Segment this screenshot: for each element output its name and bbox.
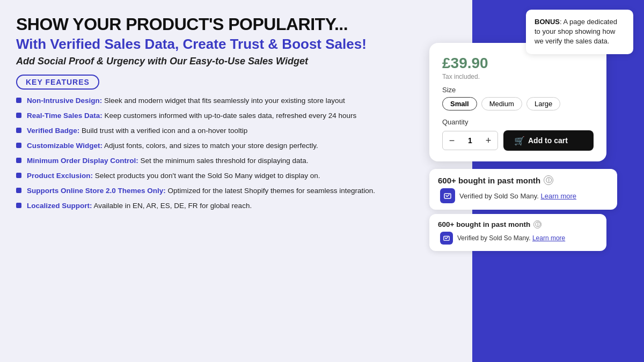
verified-text-secondary: Verified by Sold So Many. Learn more [457,234,565,242]
add-to-cart-label: Add to cart [528,136,568,145]
size-large-button[interactable]: Large [526,97,560,110]
list-item: Verified Badge: Build trust with a verif… [16,126,376,136]
widget-sold-text: 600+ bought in past month [438,176,540,185]
list-item: Real-Time Sales Data: Keep customers inf… [16,111,376,121]
learn-more-link[interactable]: Learn more [541,192,576,200]
bullet-icon [16,113,21,118]
feature-text: Verified Badge: Build trust with a verif… [27,126,247,136]
verified-text: Verified by Sold So Many. Learn more [459,192,576,200]
key-features-badge: KEY FEATURES [16,75,99,90]
size-medium-button[interactable]: Medium [481,97,522,110]
subtitle-blue: With Verified Sales Data, Create Trust &… [16,36,376,53]
bullet-icon [16,158,21,163]
left-panel: SHOW YOUR PRODUCT'S POPULARITY... With V… [0,0,392,362]
main-container: SHOW YOUR PRODUCT'S POPULARITY... With V… [0,0,644,362]
product-tax: Tax included. [442,73,594,80]
widget-sold-row-secondary: 600+ bought in past month ⓘ [438,220,598,228]
list-item: Minimum Order Display Control: Set the m… [16,156,376,166]
feature-text: Supports Online Store 2.0 Themes Only: O… [27,186,375,196]
bonus-label: BONUS [535,18,560,26]
list-item: Non-Intrusive Design: Sleek and modern w… [16,96,376,106]
feature-label: Verified Badge: [27,127,79,135]
subtitle-italic: Add Social Proof & Urgency with Our Easy… [16,56,376,67]
right-panel: BONUS: A page dedicated to your shop sho… [392,0,644,362]
bullet-icon [16,203,21,208]
product-card: £39.90 Tax included. Size Small Medium L… [429,43,606,161]
add-to-cart-button[interactable]: 🛒 Add to cart [503,130,594,151]
feature-text: Customizable Widget: Adjust fonts, color… [27,141,318,151]
bullet-icon [16,128,21,133]
feature-label: Real-Time Sales Data: [27,112,103,120]
feature-label: Customizable Widget: [27,142,103,150]
widget-verified-row-secondary: Verified by Sold So Many. Learn more [438,232,598,245]
feature-label: Product Exclusion: [27,172,93,180]
feature-label: Supports Online Store 2.0 Themes Only: [27,187,166,195]
product-size-label: Size [442,86,594,94]
bullet-icon [16,98,21,103]
qty-plus-button[interactable]: + [479,131,497,150]
feature-label: Localized Support: [27,202,92,210]
qty-minus-button[interactable]: − [443,131,461,150]
feature-text: Product Exclusion: Select products you d… [27,171,320,181]
feature-text: Real-Time Sales Data: Keep customers inf… [27,111,356,121]
list-item: Supports Online Store 2.0 Themes Only: O… [16,186,376,196]
learn-more-link-secondary[interactable]: Learn more [532,234,565,242]
feature-list: Non-Intrusive Design: Sleek and modern w… [16,96,376,211]
product-price: £39.90 [442,55,594,72]
widget-sold-row: 600+ bought in past month ⓘ [438,175,609,185]
feature-label: Minimum Order Display Control: [27,157,138,165]
quantity-controls: − 1 + [442,131,498,150]
verified-brand-icon [440,188,455,203]
qty-value: 1 [461,136,479,145]
main-title: SHOW YOUR PRODUCT'S POPULARITY... [16,15,376,34]
list-item: Customizable Widget: Adjust fonts, color… [16,141,376,151]
info-icon[interactable]: ⓘ [544,175,553,185]
verified-brand-icon-secondary [440,232,453,245]
bullet-icon [16,143,21,148]
list-item: Localized Support: Available in EN, AR, … [16,201,376,211]
feature-text: Localized Support: Available in EN, AR, … [27,201,252,211]
feature-text: Minimum Order Display Control: Set the m… [27,156,308,166]
widget-verified-row: Verified by Sold So Many. Learn more [438,188,609,203]
widget-sold-text-secondary: 600+ bought in past month [438,220,530,228]
cart-icon: 🛒 [514,136,525,146]
widget-card-secondary: 600+ bought in past month ⓘ Verified by … [429,214,606,251]
info-icon-secondary[interactable]: ⓘ [533,220,541,228]
size-small-button[interactable]: Small [442,97,477,110]
bonus-card: BONUS: A page dedicated to your shop sho… [526,10,633,54]
bullet-icon [16,188,21,193]
quantity-row: − 1 + 🛒 Add to cart [442,130,594,151]
feature-label: Non-Intrusive Design: [27,97,102,105]
quantity-label: Quantity [442,118,594,126]
feature-text: Non-Intrusive Design: Sleek and modern w… [27,96,345,106]
bullet-icon [16,173,21,178]
widget-card-main: 600+ bought in past month ⓘ Verified by … [429,169,617,210]
list-item: Product Exclusion: Select products you d… [16,171,376,181]
size-options: Small Medium Large [442,97,594,110]
